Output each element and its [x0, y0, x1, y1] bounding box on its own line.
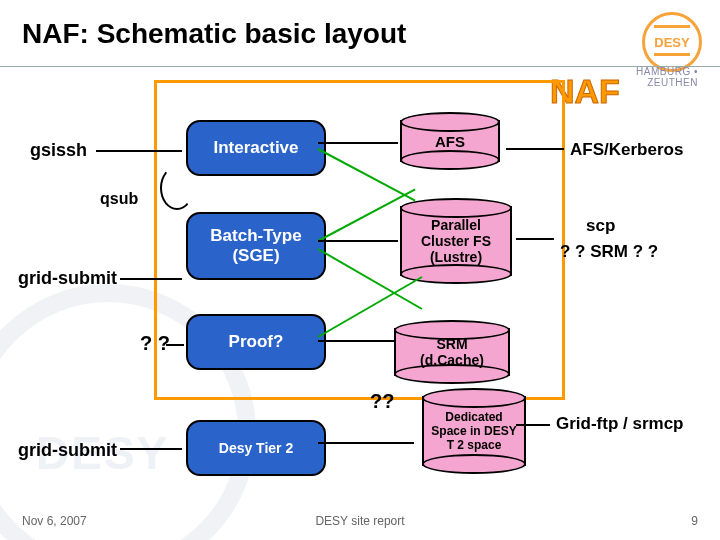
- logo-text: DESY: [654, 35, 689, 50]
- arrow-gridsubmit-tier2: [120, 448, 182, 450]
- qmark-tier2-link-1: ??: [370, 390, 394, 413]
- arrow-lustre-scp: [516, 238, 554, 240]
- cylinder-afs-label: AFS: [400, 133, 500, 150]
- arrow-gridsubmit-batch: [120, 278, 182, 280]
- logo-bar-bottom: [654, 53, 690, 56]
- label-gridftp: Grid-ftp / srmcp: [556, 414, 684, 434]
- link-proof-srm: [318, 340, 394, 342]
- logo-bar-top: [654, 25, 690, 28]
- link-batch-lustre: [318, 240, 398, 242]
- box-batch-sge: Batch-Type (SGE): [186, 212, 326, 280]
- cylinder-afs: AFS: [400, 112, 500, 170]
- footer-center: DESY site report: [0, 514, 720, 528]
- box-proof: Proof?: [186, 314, 326, 370]
- curve-interactive-batch: [160, 166, 194, 210]
- cylinder-srm-label: SRM (d.Cache): [394, 336, 510, 368]
- desy-logo: DESY: [642, 12, 702, 72]
- link-int-afs: [318, 142, 398, 144]
- footer-page-number: 9: [691, 514, 698, 528]
- arrow-qq-proof: [166, 344, 184, 346]
- arrow-tier2-dedicated: [318, 442, 414, 444]
- box-desy-tier2: Desy Tier 2: [186, 420, 326, 476]
- locations-label: HAMBURG • ZEUTHEN: [636, 66, 698, 88]
- label-grid-submit-1: grid-submit: [18, 268, 117, 289]
- label-scp: scp: [586, 216, 615, 236]
- cylinder-lustre-label: Parallel Cluster FS (Lustre): [400, 217, 512, 265]
- label-srm-qm: ? ? SRM ? ?: [560, 242, 658, 262]
- label-qsub: qsub: [100, 190, 138, 208]
- cylinder-dedicated-label: Dedicated Space in DESY T 2 space: [422, 410, 526, 452]
- cylinder-lustre: Parallel Cluster FS (Lustre): [400, 198, 512, 284]
- label-afs-kerberos: AFS/Kerberos: [570, 140, 683, 160]
- cylinder-dedicated: Dedicated Space in DESY T 2 space: [422, 388, 526, 474]
- title-divider: [0, 66, 720, 67]
- arrow-afs-kerberos: [506, 148, 564, 150]
- label-grid-submit-2: grid-submit: [18, 440, 117, 461]
- arrow-gsissh-interactive: [96, 150, 182, 152]
- box-interactive: Interactive: [186, 120, 326, 176]
- slide-title: NAF: Schematic basic layout: [22, 18, 406, 50]
- label-gsissh: gsissh: [30, 140, 87, 161]
- cylinder-srm: SRM (d.Cache): [394, 320, 510, 384]
